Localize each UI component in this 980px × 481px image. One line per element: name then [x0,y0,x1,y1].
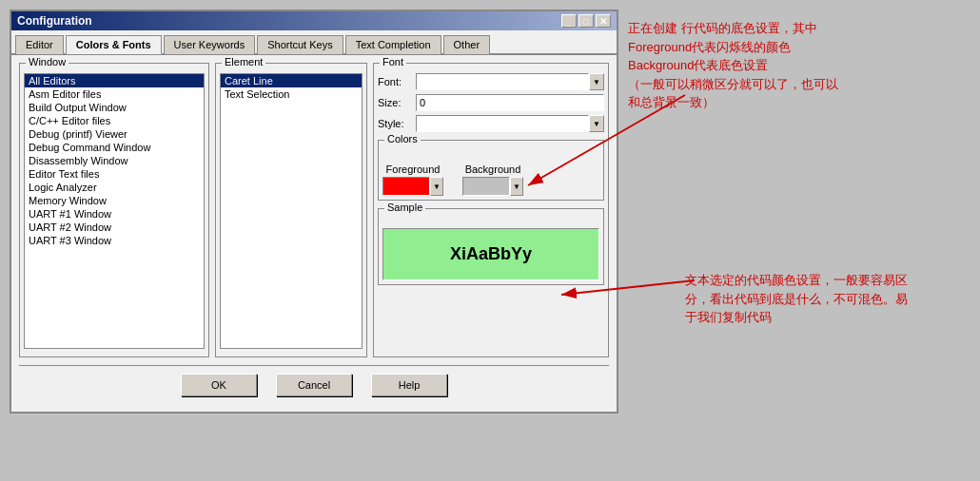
help-button[interactable]: Help [371,374,447,396]
annotation-1-line5: 和总背景一致） [628,93,838,112]
maximize-button[interactable]: □ [578,14,594,28]
tab-text-completion[interactable]: Text Completion [345,35,441,54]
style-input[interactable] [416,115,589,132]
tab-shortcut-keys[interactable]: Shortcut Keys [257,35,343,54]
list-item[interactable]: Editor Text files [25,167,204,181]
content-area: Window All Editors Asm Editor files Buil… [11,55,617,412]
annotation-1-line2: Foreground代表闪烁线的颜色 [628,38,838,57]
foreground-swatch [382,177,430,196]
annotation-1-line1: 正在创建 行代码的底色设置，其中 [628,19,838,38]
tab-user-keywords[interactable]: User Keywords [164,35,256,54]
dialog-title: Configuration [17,14,92,28]
style-field-row: Style: ▼ [378,115,604,132]
cancel-button[interactable]: Cancel [276,374,352,396]
font-input[interactable] [416,73,589,90]
background-color-row: ▼ [462,177,523,196]
window-group-label: Window [26,56,69,67]
tab-bar: Editor Colors & Fonts User Keywords Shor… [11,30,617,55]
list-item[interactable]: Asm Editor files [25,87,204,101]
sample-group: Sample XiAaBbYy [378,208,604,285]
configuration-dialog: Configuration _ □ ✕ Editor Colors & Font… [10,10,618,414]
minimize-button[interactable]: _ [561,14,577,28]
list-item[interactable]: Memory Window [25,194,204,207]
list-item[interactable]: Build Output Window [25,101,204,114]
bottom-bar: OK Cancel Help [19,365,609,404]
background-color-button[interactable]: ▼ [510,177,523,196]
element-item[interactable]: Caret Line [221,74,362,87]
sample-group-label: Sample [384,202,425,213]
annotation-1: 正在创建 行代码的底色设置，其中 Foreground代表闪烁线的颜色 Back… [628,19,838,112]
sample-text: XiAaBbYy [450,244,532,264]
foreground-color-button[interactable]: ▼ [430,177,443,196]
font-label: Font: [378,76,416,87]
list-item[interactable]: UART #2 Window [25,221,204,234]
colors-group: Colors Foreground ▼ Background [378,140,604,201]
list-item[interactable]: Debug (printf) Viewer [25,127,204,141]
style-input-wrapper: ▼ [416,115,604,132]
annotation-2: 文本选定的代码颜色设置，一般要容易区 分，看出代码到底是什么，不可混色。易 于我… [685,271,908,327]
annotation-2-line2: 分，看出代码到底是什么，不可混色。易 [685,290,908,309]
font-field-row: Font: ▼ [378,73,604,90]
element-item[interactable]: Text Selection [221,87,362,101]
colors-row: Foreground ▼ Background ▼ [382,164,599,196]
title-bar: Configuration _ □ ✕ [11,11,617,30]
background-label: Background [465,164,521,175]
sample-box: XiAaBbYy [382,228,599,280]
font-input-wrapper: ▼ [416,73,604,90]
element-group: Element Caret Line Text Selection [215,63,367,357]
list-item[interactable]: Disassembly Window [25,154,204,167]
element-list[interactable]: Caret Line Text Selection [220,73,363,349]
title-bar-controls: _ □ ✕ [561,14,611,28]
annotation-1-line3: Background代表底色设置 [628,56,838,75]
foreground-color-item: Foreground ▼ [382,164,443,196]
tab-editor[interactable]: Editor [15,35,64,54]
list-item[interactable]: Debug Command Window [25,141,204,154]
window-list[interactable]: All Editors Asm Editor files Build Outpu… [24,73,205,349]
colors-group-label: Colors [384,133,421,144]
element-group-label: Element [222,56,265,67]
font-dropdown-button[interactable]: ▼ [589,73,604,90]
style-dropdown-button[interactable]: ▼ [589,115,604,132]
window-list-container: All Editors Asm Editor files Build Outpu… [24,67,205,349]
list-item[interactable]: Logic Analyzer [25,181,204,194]
font-group-label: Font [380,56,406,67]
list-item[interactable]: C/C++ Editor files [25,114,204,127]
annotation-2-line1: 文本选定的代码颜色设置，一般要容易区 [685,271,908,290]
background-swatch [462,177,510,196]
foreground-color-row: ▼ [382,177,443,196]
list-item[interactable]: UART #1 Window [25,207,204,221]
window-group: Window All Editors Asm Editor files Buil… [19,63,209,357]
ok-button[interactable]: OK [181,374,257,396]
close-button[interactable]: ✕ [596,14,611,28]
element-list-container: Caret Line Text Selection [220,67,363,349]
style-label: Style: [378,118,416,129]
list-item[interactable]: All Editors [25,74,204,87]
font-group: Font Font: ▼ Size: [373,63,609,357]
tab-other[interactable]: Other [443,35,491,54]
annotation-1-line4: （一般可以稍微区分就可以了，也可以 [628,75,838,94]
list-item[interactable]: UART #3 Window [25,234,204,247]
panels-row: Window All Editors Asm Editor files Buil… [19,63,609,357]
size-field-row: Size: [378,94,604,111]
size-label: Size: [378,97,416,108]
tab-colors-fonts[interactable]: Colors & Fonts [66,35,162,54]
size-input[interactable] [416,94,604,111]
font-content: Font: ▼ Size: Style: [378,73,604,285]
foreground-label: Foreground [386,164,441,175]
background-color-item: Background ▼ [462,164,523,196]
annotation-2-line3: 于我们复制代码 [685,308,908,327]
